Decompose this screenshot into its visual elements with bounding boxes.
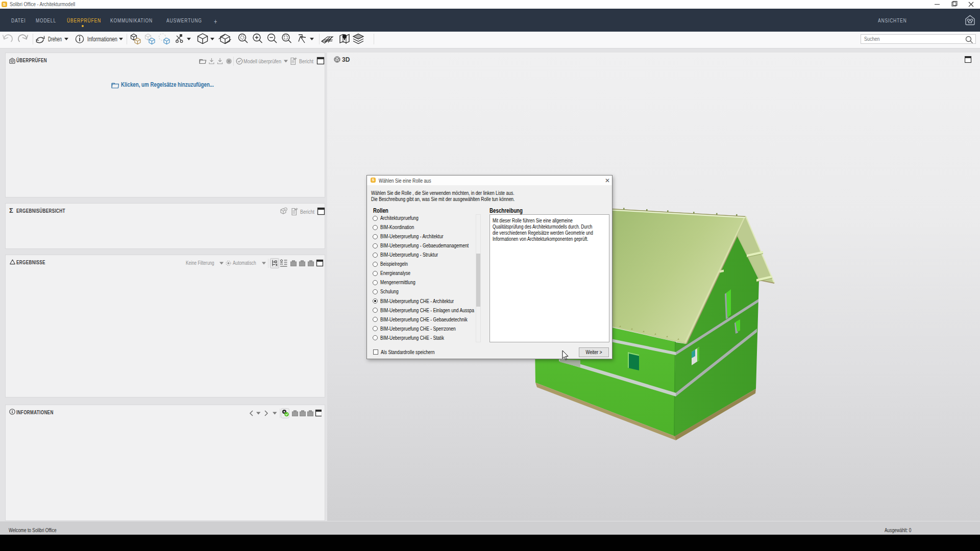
svg-text:Informationen: Informationen [87,36,117,43]
svg-text:Modell überprüfen: Modell überprüfen [243,58,281,64]
svg-text:Bericht: Bericht [299,58,314,64]
svg-text:Drehen: Drehen [48,36,62,43]
svg-text:Bericht: Bericht [300,209,315,215]
